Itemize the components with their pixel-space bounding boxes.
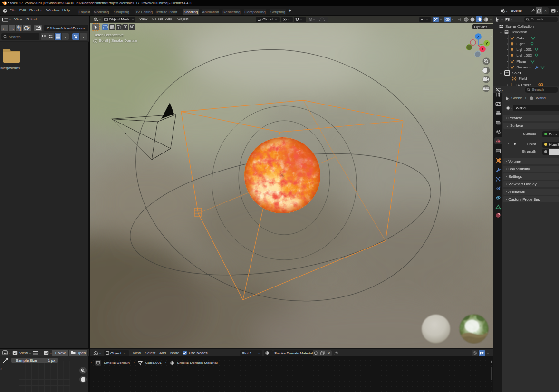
svg-text:X: X	[481, 47, 483, 51]
svg-text:Z: Z	[477, 35, 480, 39]
svg-text:Y: Y	[485, 41, 488, 46]
